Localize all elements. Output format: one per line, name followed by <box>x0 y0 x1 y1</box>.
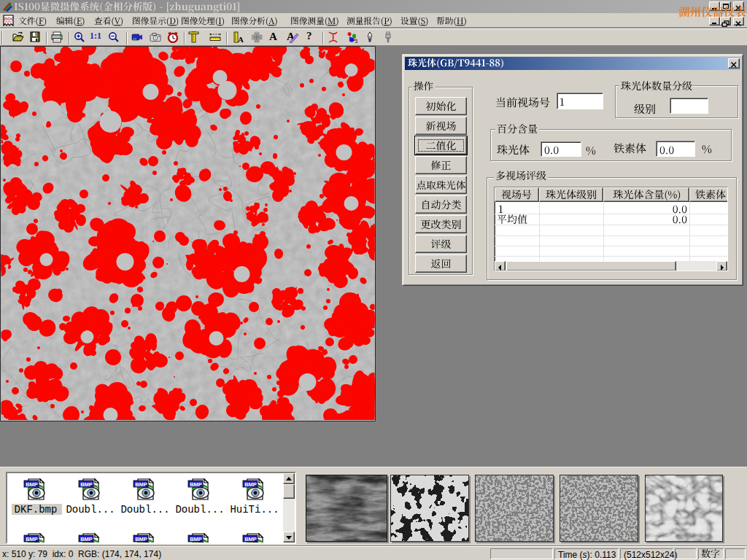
svg-text:A: A <box>238 35 244 43</box>
svg-text:DOC: DOC <box>4 17 14 21</box>
svg-text:3: 3 <box>355 39 358 44</box>
svg-text:1: 1 <box>349 34 352 39</box>
